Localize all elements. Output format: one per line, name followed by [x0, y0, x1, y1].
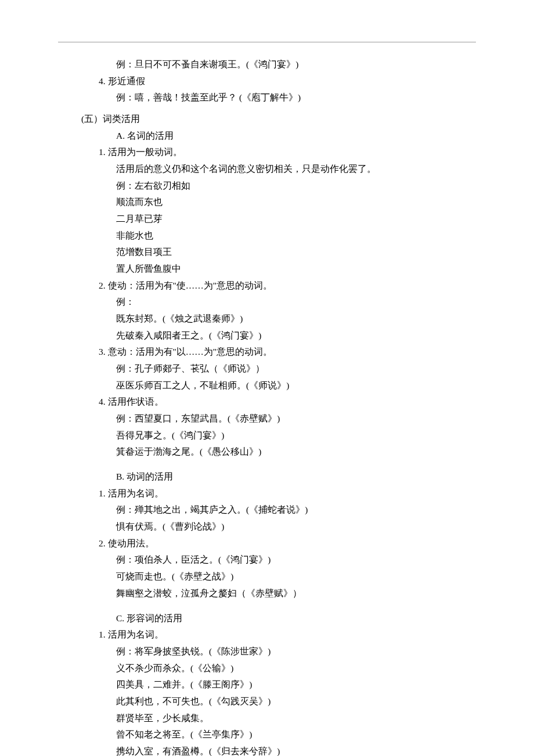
example-text: 惧有伏焉。(《曹刿论战》): [58, 519, 476, 535]
item-header: 3. 意动：活用为有"以……为"意思的动词。: [58, 344, 476, 361]
item-4-header: 4. 形近通假: [58, 73, 476, 90]
example-text: 例：西望夏口，东望武昌。(《赤壁赋》): [58, 411, 476, 427]
example-text: 四美具，二难并。(《滕王阁序》): [58, 676, 476, 693]
top-rule: [58, 42, 476, 42]
subheader-a: A. 名词的活用: [58, 128, 476, 145]
example-text: 置人所罾鱼腹中: [58, 261, 476, 278]
example-text: 舞幽壑之潜蛟，泣孤舟之嫠妇（《赤壁赋》）: [58, 585, 476, 602]
subheader-b: B. 动词的活用: [58, 469, 476, 485]
example-text: 可烧而走也。(《赤壁之战》): [58, 568, 476, 585]
item-header: 4. 活用作状语。: [58, 394, 476, 411]
section-five: (五）词类活用 A. 名词的活用 1. 活用为一般动词。 活用后的意义仍和这个名…: [58, 111, 476, 756]
example-text: 二月草已芽: [58, 211, 476, 228]
example-text: 例：殚其地之出，竭其庐之入。(《捕蛇者说》): [58, 502, 476, 519]
example-text: 此其利也，不可失也。(《勾践灭吴》): [58, 693, 476, 710]
example-text: 例：将军身披坚执锐。(《陈涉世家》): [58, 643, 476, 660]
example-text: 箕畚运于渤海之尾。(《愚公移山》): [58, 444, 476, 460]
spacer: [58, 602, 476, 610]
spacer: [58, 460, 476, 469]
section-title: (五）词类活用: [58, 111, 476, 128]
example-text: 群贤毕至，少长咸集。: [58, 710, 476, 727]
example-text: 例：: [58, 294, 476, 311]
example-text: 既东封郑。(《烛之武退秦师》): [58, 311, 476, 327]
example-text: 例：嘻，善哉！技盖至此乎？ (《庖丁解牛》): [58, 89, 476, 106]
item-header: 1. 活用为一般动词。: [58, 144, 476, 161]
example-text: 例：孔子师郯子、苌弘（《师说》）: [58, 361, 476, 377]
example-text: 吾得兄事之。(《鸿门宴》): [58, 427, 476, 444]
example-text: 携幼入室，有酒盈樽。(《归去来兮辞》): [58, 743, 476, 756]
item-header: 2. 使动用法。: [58, 535, 476, 552]
example-text: 例：左右欲刃相如: [58, 178, 476, 195]
item-header: 2. 使动：活用为有"使……为"意思的动词。: [58, 278, 476, 294]
example-text: 巫医乐师百工之人，不耻相师。(《师说》): [58, 377, 476, 394]
example-text: 先破秦入咸阳者王之。(《鸿门宴》): [58, 327, 476, 344]
example-text: 范增数目项王: [58, 244, 476, 261]
example-text: 顺流而东也: [58, 194, 476, 211]
example-text: 曾不知老之将至。(《兰亭集序》): [58, 726, 476, 743]
item-desc: 活用后的意义仍和这个名词的意义密切相关，只是动作化罢了。: [58, 161, 476, 178]
example-text: 非能水也: [58, 228, 476, 244]
example-text: 义不杀少而杀众。(《公输》): [58, 660, 476, 677]
example-text: 例：旦日不可不蚤自来谢项王。(《鸿门宴》): [58, 56, 476, 73]
subheader-c: C. 形容词的活用: [58, 610, 476, 627]
item-header: 1. 活用为名词。: [58, 485, 476, 502]
item-header: 1. 活用为名词。: [58, 627, 476, 643]
example-text: 例：项伯杀人，臣活之。(《鸿门宴》): [58, 552, 476, 568]
document-page: 例：旦日不可不蚤自来谢项王。(《鸿门宴》) 4. 形近通假 例：嘻，善哉！技盖至…: [0, 0, 534, 756]
